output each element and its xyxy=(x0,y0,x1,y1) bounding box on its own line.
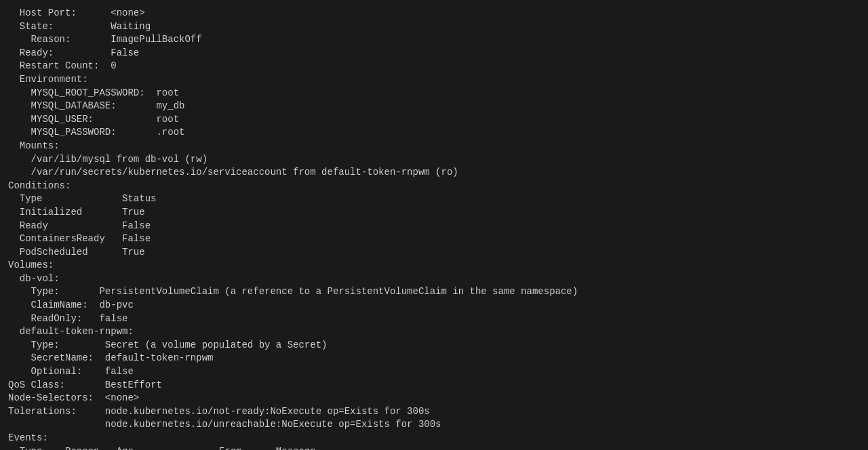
terminal-line: Type: Secret (a volume populated by a Se… xyxy=(8,339,860,352)
terminal-line: ContainersReady False xyxy=(8,232,860,246)
terminal-line: MYSQL_ROOT_PASSWORD: root xyxy=(8,87,860,100)
terminal-line: Restart Count: 0 xyxy=(8,60,860,73)
terminal-line: Optional: false xyxy=(8,365,860,379)
terminal-line: MYSQL_USER: root xyxy=(8,113,860,127)
terminal-line: MYSQL_PASSWORD: .root xyxy=(8,126,860,140)
terminal-line: Host Port: <none> xyxy=(8,7,860,20)
terminal-line: Tolerations: node.kubernetes.io/not-read… xyxy=(8,405,860,419)
terminal-line: Events: xyxy=(8,432,860,445)
terminal-line: Environment: xyxy=(8,73,860,87)
terminal-line: Reason: ImagePullBackOff xyxy=(8,33,860,47)
terminal-line: ReadOnly: false xyxy=(8,312,860,326)
terminal-line: ClaimName: db-pvc xyxy=(8,299,860,312)
terminal-line: PodScheduled True xyxy=(8,246,860,260)
terminal-line: default-token-rnpwm: xyxy=(8,325,860,339)
terminal-line: MYSQL_DATABASE: my_db xyxy=(8,100,860,113)
terminal-line: Ready False xyxy=(8,220,860,233)
terminal-line: State: Waiting xyxy=(8,20,860,34)
terminal-line: SecretName: default-token-rnpwm xyxy=(8,352,860,365)
terminal-line: Volumes: xyxy=(8,259,860,272)
terminal-line: Node-Selectors: <none> xyxy=(8,392,860,405)
terminal-line: QoS Class: BestEffort xyxy=(8,379,860,392)
terminal-line: Type Status xyxy=(8,192,860,206)
terminal-line: Conditions: xyxy=(8,180,860,193)
terminal-line: Type Reason Age From Message xyxy=(8,445,860,450)
terminal-line: Mounts: xyxy=(8,140,860,153)
terminal-line: /var/run/secrets/kubernetes.io/serviceac… xyxy=(8,166,860,180)
terminal-line: node.kubernetes.io/unreachable:NoExecute… xyxy=(8,418,860,432)
terminal-line: /var/lib/mysql from db-vol (rw) xyxy=(8,153,860,167)
terminal-line: Initialized True xyxy=(8,206,860,220)
terminal-line: db-vol: xyxy=(8,272,860,286)
terminal-window: Host Port: <none> State: Waiting Reason:… xyxy=(0,0,868,450)
terminal-line: Type: PersistentVolumeClaim (a reference… xyxy=(8,285,860,299)
terminal-line: Ready: False xyxy=(8,47,860,60)
